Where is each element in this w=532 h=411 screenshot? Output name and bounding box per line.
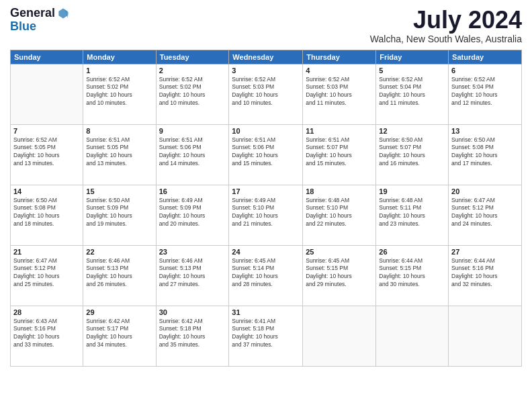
calendar-cell: 6Sunrise: 6:52 AM Sunset: 5:04 PM Daylig… — [449, 64, 522, 124]
calendar-cell — [303, 306, 376, 366]
cell-info: Sunrise: 6:52 AM Sunset: 5:03 PM Dayligh… — [232, 76, 300, 108]
calendar-cell — [11, 64, 83, 124]
calendar-cell: 19Sunrise: 6:48 AM Sunset: 5:11 PM Dayli… — [376, 185, 449, 245]
cell-info: Sunrise: 6:47 AM Sunset: 5:12 PM Dayligh… — [451, 197, 519, 229]
calendar-cell: 30Sunrise: 6:42 AM Sunset: 5:18 PM Dayli… — [156, 306, 229, 366]
calendar-cell: 13Sunrise: 6:50 AM Sunset: 5:08 PM Dayli… — [449, 124, 522, 185]
cell-info: Sunrise: 6:48 AM Sunset: 5:11 PM Dayligh… — [379, 197, 445, 229]
cell-day-number: 19 — [379, 187, 445, 195]
calendar-cell: 22Sunrise: 6:46 AM Sunset: 5:13 PM Dayli… — [83, 245, 156, 306]
cell-day-number: 26 — [379, 248, 445, 256]
cell-info: Sunrise: 6:42 AM Sunset: 5:18 PM Dayligh… — [159, 318, 226, 350]
cell-day-number: 22 — [86, 248, 152, 256]
cell-info: Sunrise: 6:50 AM Sunset: 5:08 PM Dayligh… — [451, 136, 519, 169]
title-block: July 2024 Walcha, New South Wales, Austr… — [370, 7, 522, 44]
calendar-header-friday: Friday — [376, 50, 449, 64]
calendar-cell — [376, 306, 449, 366]
cell-info: Sunrise: 6:50 AM Sunset: 5:07 PM Dayligh… — [379, 136, 445, 169]
logo: General Blue — [10, 7, 70, 34]
cell-day-number: 11 — [306, 127, 373, 135]
cell-day-number: 25 — [306, 248, 373, 256]
cell-day-number: 12 — [379, 127, 445, 135]
cell-info: Sunrise: 6:52 AM Sunset: 5:02 PM Dayligh… — [86, 76, 152, 108]
calendar-week-row: 21Sunrise: 6:47 AM Sunset: 5:12 PM Dayli… — [11, 245, 522, 306]
cell-info: Sunrise: 6:51 AM Sunset: 5:07 PM Dayligh… — [306, 136, 373, 169]
calendar-cell: 11Sunrise: 6:51 AM Sunset: 5:07 PM Dayli… — [303, 124, 376, 185]
calendar-cell: 26Sunrise: 6:44 AM Sunset: 5:15 PM Dayli… — [376, 245, 449, 306]
calendar-week-row: 7Sunrise: 6:52 AM Sunset: 5:05 PM Daylig… — [11, 124, 522, 185]
cell-day-number: 23 — [159, 248, 226, 256]
month-title: July 2024 — [370, 7, 522, 34]
calendar-cell: 8Sunrise: 6:51 AM Sunset: 5:05 PM Daylig… — [83, 124, 156, 185]
cell-info: Sunrise: 6:51 AM Sunset: 5:06 PM Dayligh… — [159, 136, 226, 169]
calendar-week-row: 14Sunrise: 6:50 AM Sunset: 5:08 PM Dayli… — [11, 185, 522, 245]
cell-day-number: 6 — [451, 66, 519, 75]
logo-general: General — [10, 7, 55, 20]
cell-day-number: 16 — [159, 187, 226, 195]
calendar-cell: 1Sunrise: 6:52 AM Sunset: 5:02 PM Daylig… — [83, 64, 156, 124]
calendar-header-saturday: Saturday — [449, 50, 522, 64]
cell-info: Sunrise: 6:48 AM Sunset: 5:10 PM Dayligh… — [306, 197, 373, 229]
cell-day-number: 17 — [232, 187, 300, 195]
calendar-cell: 17Sunrise: 6:49 AM Sunset: 5:10 PM Dayli… — [229, 185, 303, 245]
cell-info: Sunrise: 6:52 AM Sunset: 5:04 PM Dayligh… — [379, 76, 445, 108]
cell-day-number: 21 — [13, 248, 80, 256]
calendar-cell: 29Sunrise: 6:42 AM Sunset: 5:17 PM Dayli… — [83, 306, 156, 366]
cell-day-number: 20 — [451, 187, 519, 195]
cell-info: Sunrise: 6:43 AM Sunset: 5:16 PM Dayligh… — [13, 318, 80, 350]
calendar-cell: 14Sunrise: 6:50 AM Sunset: 5:08 PM Dayli… — [11, 185, 83, 245]
cell-day-number: 2 — [159, 66, 226, 75]
calendar-header-row: SundayMondayTuesdayWednesdayThursdayFrid… — [11, 50, 522, 64]
cell-info: Sunrise: 6:41 AM Sunset: 5:18 PM Dayligh… — [232, 318, 300, 350]
calendar-header-sunday: Sunday — [11, 50, 83, 64]
cell-info: Sunrise: 6:49 AM Sunset: 5:09 PM Dayligh… — [159, 197, 226, 229]
cell-info: Sunrise: 6:51 AM Sunset: 5:06 PM Dayligh… — [232, 136, 300, 169]
logo-icon — [56, 7, 70, 20]
cell-day-number: 28 — [13, 308, 80, 316]
cell-info: Sunrise: 6:51 AM Sunset: 5:05 PM Dayligh… — [86, 136, 152, 169]
calendar-cell: 18Sunrise: 6:48 AM Sunset: 5:10 PM Dayli… — [303, 185, 376, 245]
page: General Blue July 2024 Walcha, New South… — [0, 0, 532, 411]
calendar-cell: 9Sunrise: 6:51 AM Sunset: 5:06 PM Daylig… — [156, 124, 229, 185]
calendar-cell: 5Sunrise: 6:52 AM Sunset: 5:04 PM Daylig… — [376, 64, 449, 124]
cell-info: Sunrise: 6:52 AM Sunset: 5:03 PM Dayligh… — [306, 76, 373, 108]
cell-info: Sunrise: 6:50 AM Sunset: 5:08 PM Dayligh… — [13, 197, 80, 229]
calendar-cell: 12Sunrise: 6:50 AM Sunset: 5:07 PM Dayli… — [376, 124, 449, 185]
calendar-table: SundayMondayTuesdayWednesdayThursdayFrid… — [10, 50, 522, 367]
cell-day-number: 1 — [86, 66, 152, 75]
cell-info: Sunrise: 6:52 AM Sunset: 5:05 PM Dayligh… — [13, 136, 80, 169]
cell-day-number: 18 — [306, 187, 373, 195]
calendar-cell: 20Sunrise: 6:47 AM Sunset: 5:12 PM Dayli… — [449, 185, 522, 245]
cell-info: Sunrise: 6:46 AM Sunset: 5:13 PM Dayligh… — [86, 257, 152, 289]
cell-info: Sunrise: 6:46 AM Sunset: 5:13 PM Dayligh… — [159, 257, 226, 289]
cell-day-number: 14 — [13, 187, 80, 195]
cell-info: Sunrise: 6:42 AM Sunset: 5:17 PM Dayligh… — [86, 318, 152, 350]
cell-info: Sunrise: 6:52 AM Sunset: 5:02 PM Dayligh… — [159, 76, 226, 108]
calendar-header-thursday: Thursday — [303, 50, 376, 64]
calendar-cell: 21Sunrise: 6:47 AM Sunset: 5:12 PM Dayli… — [11, 245, 83, 306]
calendar-cell: 27Sunrise: 6:44 AM Sunset: 5:16 PM Dayli… — [449, 245, 522, 306]
calendar-cell — [449, 306, 522, 366]
calendar-cell: 2Sunrise: 6:52 AM Sunset: 5:02 PM Daylig… — [156, 64, 229, 124]
cell-day-number: 5 — [379, 66, 445, 75]
calendar-cell: 15Sunrise: 6:50 AM Sunset: 5:09 PM Dayli… — [83, 185, 156, 245]
cell-day-number: 7 — [13, 127, 80, 135]
cell-info: Sunrise: 6:49 AM Sunset: 5:10 PM Dayligh… — [232, 197, 300, 229]
calendar-header-wednesday: Wednesday — [229, 50, 303, 64]
cell-info: Sunrise: 6:52 AM Sunset: 5:04 PM Dayligh… — [451, 76, 519, 108]
calendar-header-tuesday: Tuesday — [156, 50, 229, 64]
location: Walcha, New South Wales, Australia — [370, 34, 522, 44]
cell-info: Sunrise: 6:45 AM Sunset: 5:15 PM Dayligh… — [306, 257, 373, 289]
cell-day-number: 30 — [159, 308, 226, 316]
logo-blue: Blue — [10, 20, 70, 34]
calendar-cell: 23Sunrise: 6:46 AM Sunset: 5:13 PM Dayli… — [156, 245, 229, 306]
cell-day-number: 8 — [86, 127, 152, 135]
calendar-cell: 4Sunrise: 6:52 AM Sunset: 5:03 PM Daylig… — [303, 64, 376, 124]
cell-day-number: 13 — [451, 127, 519, 135]
calendar-cell: 3Sunrise: 6:52 AM Sunset: 5:03 PM Daylig… — [229, 64, 303, 124]
cell-day-number: 29 — [86, 308, 152, 316]
calendar-week-row: 28Sunrise: 6:43 AM Sunset: 5:16 PM Dayli… — [11, 306, 522, 366]
cell-day-number: 3 — [232, 66, 300, 75]
cell-info: Sunrise: 6:44 AM Sunset: 5:15 PM Dayligh… — [379, 257, 445, 289]
cell-info: Sunrise: 6:44 AM Sunset: 5:16 PM Dayligh… — [451, 257, 519, 289]
